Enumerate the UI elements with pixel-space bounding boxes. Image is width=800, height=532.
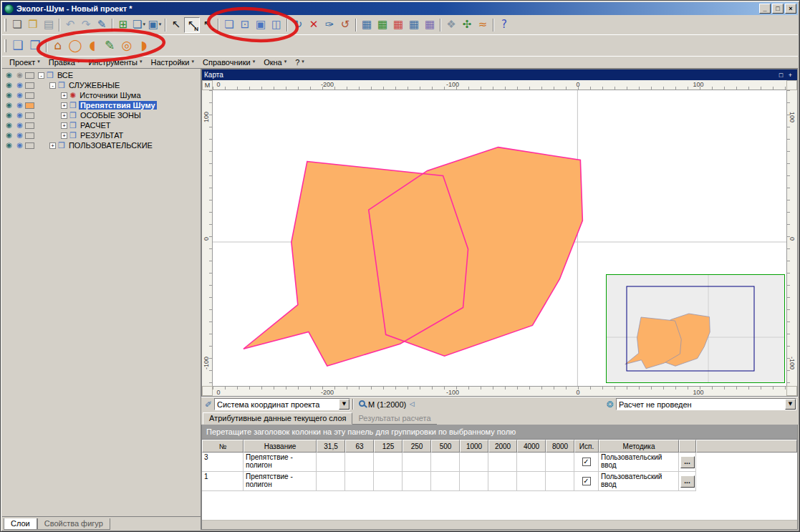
column-header-10[interactable]: 8000 [546, 440, 574, 453]
expand-icon[interactable]: + [61, 132, 67, 139]
chevron-down-icon[interactable]: ▾ [159, 22, 162, 27]
expand-icon[interactable]: + [61, 112, 67, 119]
layer-visibility-icon[interactable]: ◉ [4, 132, 14, 139]
tree-row-label[interactable]: Препятствия Шуму [79, 101, 157, 110]
tree-row[interactable]: ◉◉-❒СЛУЖЕБНЫЕ [4, 80, 201, 90]
select-node-pointer-icon[interactable]: ↖N [184, 17, 200, 33]
open-folder-icon[interactable]: ❒ [25, 17, 41, 33]
tree-row-label[interactable]: Источники Шума [78, 91, 142, 100]
menu-item-6[interactable]: ?▾ [291, 57, 309, 68]
cell-freq[interactable] [517, 453, 546, 472]
column-header-3[interactable]: 63 [345, 440, 374, 453]
layer-display-icon[interactable]: ◉ [14, 72, 25, 79]
table-calc-icon[interactable]: ▦ [406, 17, 422, 33]
maximize-button[interactable]: □ [772, 4, 784, 14]
column-header-5[interactable]: 250 [403, 440, 431, 453]
cell-freq[interactable] [345, 453, 374, 472]
layer-color-swatch[interactable] [25, 72, 34, 79]
layer-color-swatch[interactable] [25, 82, 34, 89]
layer-visibility-icon[interactable]: ◉ [4, 122, 14, 129]
cell-freq[interactable] [403, 453, 431, 472]
layer-color-swatch[interactable] [25, 92, 34, 99]
column-header-8[interactable]: 2000 [488, 440, 517, 453]
menu-item-1[interactable]: Правка▾ [44, 57, 85, 68]
map-maximize-icon[interactable]: □ [776, 71, 786, 79]
cell-freq[interactable] [517, 472, 546, 491]
draw-arc-icon[interactable]: ◖ [84, 37, 101, 54]
horizontal-scrollbar[interactable] [202, 519, 797, 529]
coord-system-combobox[interactable]: Система координат проекта ▼ [214, 398, 350, 410]
tree-row[interactable]: ◉◉+❒Препятствия Шуму [4, 100, 201, 110]
select-add-pointer-icon[interactable]: ↖+ [200, 17, 216, 33]
layer-display-icon[interactable]: ◉ [14, 132, 25, 139]
layer-display-icon[interactable]: ◉ [14, 112, 25, 119]
settings-icon[interactable]: ✣ [459, 17, 475, 33]
map-canvas[interactable] [213, 90, 786, 386]
menu-item-3[interactable]: Настройки▾ [147, 57, 198, 68]
layer-color-swatch[interactable] [25, 122, 34, 129]
layer-display-icon[interactable]: ◉ [14, 122, 25, 129]
new-file-icon[interactable]: ❏ [9, 17, 25, 33]
column-header-9[interactable]: 4000 [517, 440, 546, 453]
layer-display-icon[interactable]: ◉ [14, 92, 25, 99]
layer-visibility-icon[interactable]: ◉ [4, 92, 14, 99]
add-layer-icon[interactable]: ⊞ [115, 17, 131, 33]
layer-visibility-icon[interactable]: ◉ [4, 82, 14, 89]
lasso-icon[interactable]: ↺ [337, 17, 353, 33]
palette-icon[interactable]: ❖ [443, 17, 459, 33]
redo-icon[interactable]: ↷ [78, 17, 94, 33]
layer-color-swatch[interactable] [25, 132, 34, 139]
tree-row[interactable]: ◉◉-❒ВСЕ [4, 70, 201, 80]
draw-arc2-icon[interactable]: ◗ [135, 37, 153, 54]
layer-visibility-icon[interactable]: ◉ [4, 142, 14, 149]
save-icon[interactable]: ▤ [41, 17, 57, 33]
tree-row-label[interactable]: ВСЕ [56, 71, 74, 79]
column-header-6[interactable]: 500 [431, 440, 460, 453]
column-header-12[interactable]: Методика [599, 440, 679, 453]
help-edit-icon[interactable]: ? [496, 17, 512, 33]
map-pin-icon[interactable]: + [786, 71, 795, 79]
cell-freq[interactable] [431, 472, 460, 491]
draw-rectangle-icon[interactable]: ❏ [221, 17, 237, 33]
tab-1[interactable]: Результаты расчета [352, 413, 436, 425]
draw-rectangle-dashed-icon[interactable]: ▣ [253, 17, 269, 33]
draw-rectangle-frame-icon[interactable]: ◫ [269, 17, 284, 33]
cell-freq[interactable] [374, 453, 403, 472]
cell-freq[interactable] [403, 472, 431, 491]
chevron-down-icon[interactable]: ▼ [785, 399, 796, 410]
layer-view-icon[interactable]: ▣▾ [147, 17, 163, 33]
tab-0[interactable]: Атрибутивные данные текущего слоя [203, 412, 352, 425]
cell-freq[interactable] [317, 472, 345, 491]
collapse-icon[interactable]: - [49, 82, 56, 89]
tree-row-label[interactable]: РАСЧЕТ [79, 121, 112, 130]
column-header-7[interactable]: 1000 [460, 440, 488, 453]
table-delete-row-icon[interactable]: ▦ [390, 17, 406, 33]
draw-ellipse-icon[interactable]: ◯ [67, 37, 84, 54]
print-icon[interactable]: ❑ [9, 37, 26, 54]
expand-icon[interactable]: + [61, 92, 67, 99]
layer-display-icon[interactable]: ◉ [14, 102, 25, 109]
rotate-shape-icon[interactable]: ↻ [290, 17, 306, 33]
minimap[interactable] [606, 274, 785, 383]
menu-item-4[interactable]: Справочники▾ [198, 57, 259, 68]
cell-freq[interactable] [317, 453, 345, 472]
draw-circle-icon[interactable]: ◎ [118, 37, 135, 54]
table-insert-icon[interactable]: ▦ [359, 17, 375, 33]
layer-color-swatch[interactable] [25, 102, 34, 109]
ellipsis-button[interactable]: ... [680, 475, 695, 488]
menu-item-5[interactable]: Окна▾ [259, 57, 291, 68]
layer-style-icon[interactable]: ❏▾ [131, 17, 147, 33]
tree-row-label[interactable]: ПОЛЬЗОВАТЕЛЬСКИЕ [67, 141, 154, 150]
tree-row[interactable]: ◉◉+❒РЕЗУЛЬТАТ [4, 130, 201, 140]
table-row[interactable]: 3Препятствие - полигон✓Пользовательский … [202, 453, 797, 472]
noise-chart-icon[interactable]: ≈ [475, 17, 491, 33]
cell-freq[interactable] [488, 472, 517, 491]
draw-polygon-icon[interactable]: ⌂ [49, 37, 67, 54]
tree-row-label[interactable]: РЕЗУЛЬТАТ [79, 131, 125, 140]
column-header-0[interactable]: № [202, 440, 244, 453]
cell-freq[interactable] [546, 472, 574, 491]
table-row[interactable]: 1Препятствие - полигон✓Пользовательский … [202, 472, 797, 491]
layer-display-icon[interactable]: ◉ [14, 142, 25, 149]
layer-color-swatch[interactable] [25, 142, 34, 149]
cell-freq[interactable] [546, 453, 574, 472]
